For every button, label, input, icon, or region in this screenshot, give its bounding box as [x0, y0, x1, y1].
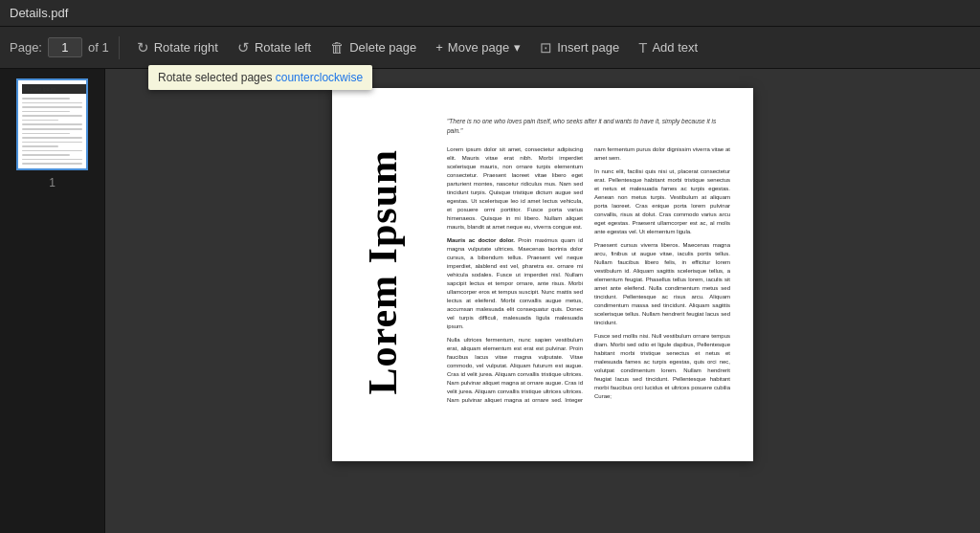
- thumb-line-13: [22, 150, 82, 152]
- page-thumb-container: Lorem Ipsum: [16, 78, 88, 189]
- toolbar: Page: of 1 ↻ Rotate right ↺ Rotate left …: [0, 27, 980, 69]
- thumb-line-14: [22, 154, 70, 156]
- rotate-left-icon: ↺: [237, 39, 250, 56]
- move-page-button[interactable]: + Move page ▾: [428, 36, 528, 58]
- pdf-para-2: Mauris ac doctor dolor. Proin maximus qu…: [447, 236, 583, 331]
- move-page-chevron: ▾: [514, 40, 521, 55]
- sidebar: Lorem Ipsum: [0, 69, 105, 533]
- thumb-line-5: [22, 115, 82, 117]
- add-text-label: Add text: [652, 40, 698, 55]
- page-number-label: 1: [49, 176, 56, 189]
- insert-page-button[interactable]: ⊡ Insert page: [532, 35, 627, 60]
- pdf-left: Lorem Ipsum: [355, 117, 432, 405]
- thumb-line-1: [22, 98, 70, 100]
- thumb-line-2: [22, 102, 82, 104]
- thumb-label: Lorem Ipsum: [22, 84, 88, 94]
- move-page-label: Move page: [448, 40, 509, 55]
- pdf-body: Lorem ipsum dolor sit amet, consectetur …: [447, 145, 730, 405]
- pdf-para-5: Praesent cursus viverra liberos. Maecena…: [594, 241, 730, 327]
- doc-view: Lorem Ipsum "There is no one who loves p…: [105, 69, 980, 533]
- insert-page-label: Insert page: [557, 40, 619, 55]
- page-nav-group: Page: of 1: [10, 37, 109, 57]
- thumb-line-3: [22, 106, 82, 108]
- thumb-line-9: [22, 133, 70, 135]
- pdf-content: Lorem Ipsum "There is no one who loves p…: [355, 117, 730, 405]
- thumb-inner: Lorem Ipsum: [18, 80, 86, 168]
- thumb-line-11: [22, 142, 82, 144]
- pdf-para-4: In nunc elit, facilisi quis nisi ut, pla…: [594, 167, 730, 236]
- title-bar: Details.pdf: [0, 0, 980, 27]
- pdf-right: "There is no one who loves pain itself, …: [447, 117, 730, 405]
- pdf-para-6: Fusce sed mollis nisi. Null vestibulum o…: [594, 332, 730, 401]
- toolbar-separator-1: [119, 36, 120, 59]
- thumb-line-4: [22, 111, 70, 113]
- delete-page-label: Delete page: [349, 40, 416, 55]
- insert-icon: ⊡: [540, 39, 552, 56]
- pdf-para-1: Lorem ipsum dolor sit amet, consectetur …: [447, 145, 583, 232]
- filename: Details.pdf: [10, 6, 68, 20]
- thumb-line-15: [22, 159, 82, 161]
- main-area: Lorem Ipsum: [0, 69, 980, 533]
- page-number-input[interactable]: [48, 37, 82, 57]
- delete-page-button[interactable]: 🗑 Delete page: [323, 35, 424, 59]
- add-text-icon: T: [638, 39, 647, 56]
- thumb-line-10: [22, 137, 82, 139]
- rotate-right-label: Rotate right: [154, 40, 218, 55]
- rotate-right-button[interactable]: ↻ Rotate right: [129, 35, 226, 60]
- page-total: of 1: [88, 40, 109, 55]
- rotate-left-button[interactable]: ↺ Rotate left: [230, 35, 319, 60]
- pdf-quote: "There is no one who loves pain itself, …: [447, 117, 730, 136]
- rotate-right-icon: ↻: [137, 39, 149, 56]
- page-thumbnail[interactable]: Lorem Ipsum: [16, 78, 88, 170]
- thumb-line-7: [22, 123, 82, 125]
- thumb-line-16: [22, 163, 82, 165]
- delete-icon: 🗑: [330, 39, 345, 56]
- thumb-line-12: [22, 145, 58, 147]
- move-icon: +: [435, 40, 443, 55]
- rotate-left-label: Rotate left: [255, 40, 311, 55]
- thumb-line-6: [22, 120, 58, 122]
- pdf-page: Lorem Ipsum "There is no one who loves p…: [332, 88, 753, 461]
- thumb-line-8: [22, 128, 82, 130]
- page-label: Page:: [10, 40, 42, 55]
- add-text-button[interactable]: T Add text: [631, 35, 705, 59]
- pdf-title: Lorem Ipsum: [355, 140, 432, 394]
